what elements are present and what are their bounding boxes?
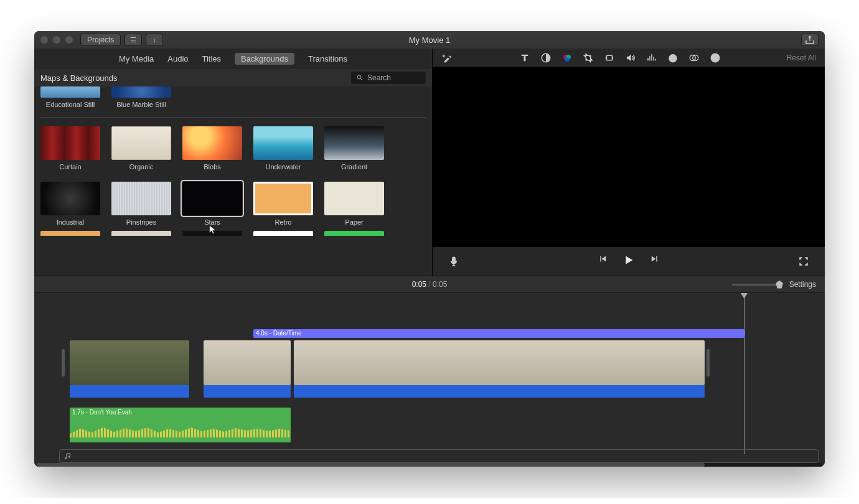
enhance-icon[interactable] [441,52,454,64]
crop-icon[interactable] [582,52,594,64]
playhead[interactable] [744,293,744,454]
bg-blue-marble-still[interactable] [111,86,171,98]
tab-transitions[interactable]: Transitions [308,54,347,63]
speed-icon[interactable] [667,52,679,64]
bg-organic[interactable] [111,126,171,160]
app-window: Projects ☰ ↓ My Movie 1 My Media Audio T… [34,31,825,467]
video-clip-1[interactable] [70,340,189,398]
stabilize-icon[interactable] [603,52,616,64]
bg-curtain[interactable] [40,126,100,160]
preview-monitor[interactable] [433,67,825,247]
bg-stub-3[interactable] [182,231,242,236]
bg-educational-still[interactable] [40,86,100,98]
horizontal-scrollbar[interactable] [37,463,822,467]
color-balance-icon[interactable] [540,52,552,64]
media-browser: My Media Audio Titles Backgrounds Transi… [34,49,433,276]
settings-button[interactable]: Settings [789,280,816,289]
timeline[interactable]: 4.0s - Date/Time 1.7s - Don't You Evah [34,293,825,467]
music-icon [63,452,72,460]
bg-industrial[interactable] [40,182,100,215]
bg-paper[interactable] [324,182,384,215]
bg-underwater[interactable] [253,126,313,160]
viewer: Reset All [433,49,825,276]
svg-rect-7 [606,56,607,59]
svg-rect-8 [613,56,614,59]
time-total: 0:05 [433,280,447,289]
divider [40,117,426,118]
clip-edge-right[interactable] [706,349,710,376]
time-current: 0:05 [412,280,426,289]
music-track[interactable] [59,449,819,463]
titlebar: Projects ☰ ↓ My Movie 1 [34,31,825,49]
title-clip[interactable]: 4.0s - Date/Time [253,329,745,338]
tab-my-media[interactable]: My Media [119,54,154,63]
browser-section-label: Maps & Backgrounds [40,73,118,83]
color-correction-icon[interactable] [561,52,573,64]
search-icon [356,74,364,82]
clip-edge-left[interactable] [62,349,65,376]
search-input[interactable]: Search [351,72,426,84]
bg-blobs[interactable] [182,126,242,160]
zoom-slider[interactable] [732,284,782,286]
video-clip-3[interactable] [294,340,705,398]
prev-button[interactable] [597,253,608,269]
project-title: My Movie 1 [34,35,825,45]
bg-retro[interactable] [253,182,313,215]
share-icon[interactable] [801,34,819,46]
reset-all-button[interactable]: Reset All [787,54,816,62]
timeline-header: 0:05 / 0:05 Settings [34,276,825,293]
bg-stub-2[interactable] [111,231,171,236]
viewer-toolbar: Reset All [433,49,825,67]
search-placeholder: Search [367,73,391,82]
playback-controls [433,247,825,276]
filters-icon[interactable] [688,52,700,64]
svg-rect-6 [607,55,613,60]
next-button[interactable] [649,253,660,269]
volume-icon[interactable] [624,52,637,64]
noise-reduction-icon[interactable] [645,52,658,64]
tab-audio[interactable]: Audio [167,54,188,63]
svg-point-0 [357,75,361,79]
audio-clip[interactable]: 1.7s - Don't You Evah [70,408,291,442]
svg-line-1 [361,79,363,81]
bg-stub-4[interactable] [253,231,313,236]
bg-stub-5[interactable] [324,231,384,236]
tab-titles[interactable]: Titles [202,54,222,63]
video-clip-2[interactable] [204,340,291,398]
bg-stub-1[interactable] [40,231,100,236]
browser-tabs: My Media Audio Titles Backgrounds Transi… [34,49,432,69]
waveform [70,425,291,437]
titles-tool-icon[interactable] [519,52,531,64]
bg-pinstripes[interactable] [111,182,171,215]
bg-stars[interactable] [182,182,242,215]
info-icon[interactable] [709,52,721,64]
tab-backgrounds[interactable]: Backgrounds [235,53,294,65]
bg-gradient[interactable] [324,126,384,160]
play-button[interactable] [622,253,636,269]
svg-point-5 [565,57,570,62]
